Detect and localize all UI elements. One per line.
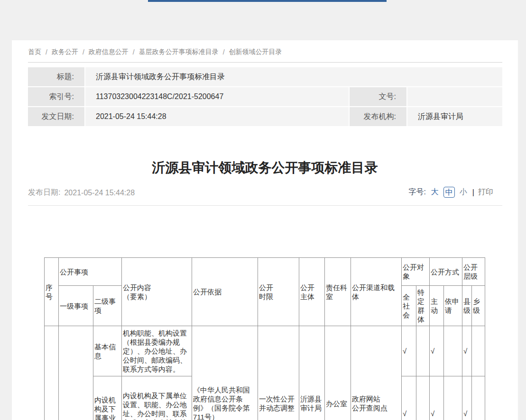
header-level-town: 乡 级 bbox=[472, 286, 485, 326]
cell-check-request bbox=[444, 376, 462, 420]
breadcrumb-standard-catalog[interactable]: 基层政务公开事项标准目录 bbox=[139, 48, 219, 56]
print-separator: | bbox=[472, 188, 474, 197]
meta-docno-label: 文号: bbox=[350, 87, 406, 106]
font-size-label: 字号: bbox=[408, 187, 425, 197]
cell-check-all-society: √ bbox=[402, 326, 416, 376]
header-level: 公开 层级 bbox=[462, 258, 485, 286]
header-target-all: 全社 会 bbox=[402, 286, 416, 326]
header-method-active: 主 动 bbox=[430, 286, 444, 326]
header-target: 公开对 象 bbox=[402, 258, 430, 286]
publish-date-value: 2021-05-24 15:44:28 bbox=[64, 189, 135, 197]
header-seq: 序 号 bbox=[45, 258, 59, 326]
header-level2: 二级事 项 bbox=[93, 286, 122, 326]
cell-check-town bbox=[472, 326, 485, 376]
meta-title-value: 沂源县审计领域政务公开事项标准目录 bbox=[85, 67, 502, 86]
cell-check-county: √ bbox=[462, 326, 472, 376]
header-level-county: 县 级 bbox=[462, 286, 472, 326]
cell-content: 机构职能、机构设置 （根据县委编办规 定）、办公地址、办 公时间、邮政编码、 联… bbox=[122, 326, 192, 376]
meta-date-label: 发文日期: bbox=[28, 107, 84, 126]
breadcrumb-separator: / bbox=[133, 48, 135, 56]
header-content: 公开内容 （要素） bbox=[122, 258, 192, 326]
header-subject: 公开 主体 bbox=[299, 258, 325, 326]
header-method: 公开方式 bbox=[430, 258, 462, 286]
font-size-small-button[interactable]: 小 bbox=[460, 187, 467, 197]
header-basis: 公开依据 bbox=[192, 258, 258, 326]
header-level1: 一级事项 bbox=[59, 286, 93, 326]
cell-check-specific bbox=[416, 376, 430, 420]
meta-index-label: 索引号: bbox=[28, 87, 84, 106]
breadcrumb-zhengwu[interactable]: 政务公开 bbox=[52, 48, 78, 56]
meta-title-label: 标题: bbox=[28, 67, 84, 86]
cell-seq bbox=[45, 326, 59, 420]
breadcrumb: 首页 / 政务公开 / 政府信息公开 / 基层政务公开事项标准目录 / 创新领域… bbox=[28, 48, 282, 56]
top-nav-accent-bar bbox=[148, 0, 387, 2]
cell-check-request bbox=[444, 326, 462, 376]
cell-check-town bbox=[472, 376, 485, 420]
cell-content: 内设机构及下属单位 设置、职能、办公地 址、办公时间、联系 方式、负责人姓名等 … bbox=[122, 376, 192, 420]
breadcrumb-home[interactable]: 首页 bbox=[28, 48, 41, 56]
cell-subject: 沂源县 审计局 bbox=[299, 326, 325, 420]
cell-check-all-society: √ bbox=[402, 376, 416, 420]
cell-department: 办公室 bbox=[325, 326, 351, 420]
article-divider bbox=[28, 205, 502, 206]
font-size-large-button[interactable]: 大 bbox=[431, 187, 439, 197]
meta-agency-value: 沂源县审计局 bbox=[407, 107, 502, 126]
meta-docno-value bbox=[407, 87, 502, 106]
header-time-limit: 公开 时限 bbox=[258, 258, 299, 326]
meta-date-value: 2021-05-24 15:44:28 bbox=[85, 107, 349, 126]
content-card: 首页 / 政务公开 / 政府信息公开 / 基层政务公开事项标准目录 / 创新领域… bbox=[12, 40, 518, 420]
cell-check-active: √ bbox=[430, 326, 444, 376]
document-meta-table: 标题: 沂源县审计领域政务公开事项标准目录 索引号: 1137032300422… bbox=[28, 67, 502, 126]
print-button[interactable]: 打印 bbox=[478, 187, 493, 197]
cell-check-active: √ bbox=[430, 376, 444, 420]
header-channel: 公开渠道和载 体 bbox=[351, 258, 402, 326]
meta-index-value: 11370323004223148C/2021-5200647 bbox=[85, 87, 349, 106]
cell-basis: 《中华人民共和国 政府信息公开条 例》（国务院令第 711号） bbox=[192, 326, 258, 420]
publish-date-label: 发布日期: bbox=[28, 188, 60, 198]
meta-agency-label: 发布机构: bbox=[350, 107, 406, 126]
catalog-table: 序 号 公开事项 公开内容 （要素） 公开依据 公开 时限 公开 主体 责任科 … bbox=[44, 257, 485, 420]
breadcrumb-separator: / bbox=[83, 48, 84, 56]
font-size-medium-button[interactable]: 中 bbox=[443, 187, 455, 198]
breadcrumb-separator: / bbox=[46, 48, 47, 56]
breadcrumb-info-disclosure[interactable]: 政府信息公开 bbox=[89, 48, 129, 56]
publish-date-row: 发布日期: 2021-05-24 15:44:28 bbox=[28, 188, 135, 198]
cell-level2: 内设机 构及下 属事业 单位 bbox=[93, 376, 122, 420]
cell-level2: 基本信 息 bbox=[93, 326, 122, 376]
header-target-specific: 特 定 群 体 bbox=[416, 286, 430, 326]
breadcrumb-divider bbox=[28, 62, 502, 63]
cell-channel: 政府网站 公开查阅点 bbox=[351, 326, 402, 420]
header-department: 责任科 室 bbox=[325, 258, 351, 326]
cell-check-specific bbox=[416, 326, 430, 376]
page-title: 沂源县审计领域政务公开事项标准目录 bbox=[12, 159, 518, 177]
header-matters: 公开事项 bbox=[59, 258, 122, 286]
cell-check-county: √ bbox=[462, 376, 472, 420]
cell-time-limit: 一次性公开 并动态调整 bbox=[258, 326, 299, 420]
table-row: 基本信 息 机构职能、机构设置 （根据县委编办规 定）、办公地址、办 公时间、邮… bbox=[45, 326, 485, 376]
font-size-controls: 字号: 大 中 小 | 打印 bbox=[408, 187, 493, 198]
header-method-request: 依申 请 bbox=[444, 286, 462, 326]
breadcrumb-current[interactable]: 创新领域公开目录 bbox=[229, 48, 282, 56]
cell-level1 bbox=[59, 326, 93, 420]
catalog-table-wrap: 序 号 公开事项 公开内容 （要素） 公开依据 公开 时限 公开 主体 责任科 … bbox=[44, 257, 485, 420]
breadcrumb-separator: / bbox=[223, 48, 225, 56]
